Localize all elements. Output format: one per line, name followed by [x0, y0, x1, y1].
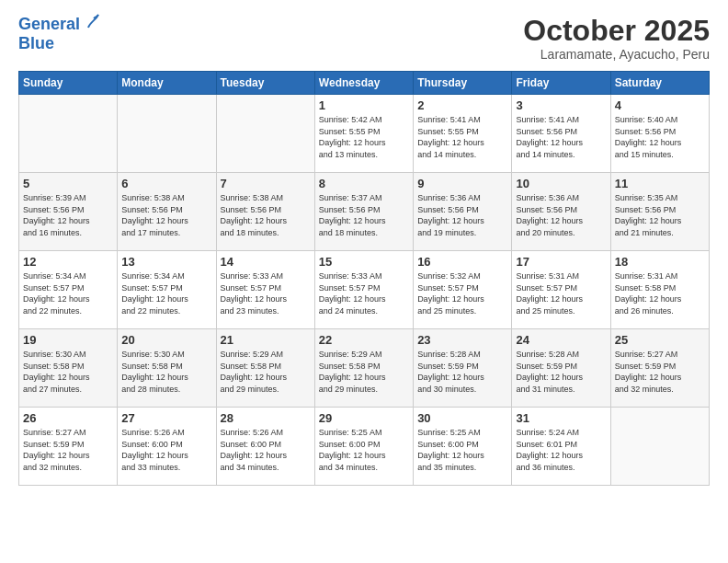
calendar-cell: 8Sunrise: 5:37 AM Sunset: 5:56 PM Daylig…	[314, 173, 413, 251]
day-number: 12	[23, 255, 113, 269]
calendar-cell: 1Sunrise: 5:42 AM Sunset: 5:55 PM Daylig…	[314, 95, 413, 173]
cell-info: Sunrise: 5:25 AM Sunset: 6:00 PM Dayligh…	[319, 427, 409, 473]
day-number: 3	[516, 98, 606, 112]
calendar-body: 1Sunrise: 5:42 AM Sunset: 5:55 PM Daylig…	[19, 95, 710, 486]
location-subtitle: Laramamate, Ayacucho, Peru	[523, 47, 710, 62]
title-block: October 2025 Laramamate, Ayacucho, Peru	[523, 15, 710, 62]
calendar-cell: 2Sunrise: 5:41 AM Sunset: 5:55 PM Daylig…	[414, 95, 512, 173]
day-number: 29	[319, 411, 409, 425]
day-number: 18	[615, 255, 705, 269]
cell-info: Sunrise: 5:36 AM Sunset: 5:56 PM Dayligh…	[516, 192, 606, 238]
cell-info: Sunrise: 5:41 AM Sunset: 5:56 PM Dayligh…	[516, 114, 606, 160]
logo: General Blue	[18, 15, 99, 53]
cell-info: Sunrise: 5:26 AM Sunset: 6:00 PM Dayligh…	[121, 427, 211, 473]
calendar-cell: 14Sunrise: 5:33 AM Sunset: 5:57 PM Dayli…	[216, 251, 314, 329]
calendar-week-2: 5Sunrise: 5:39 AM Sunset: 5:56 PM Daylig…	[19, 173, 710, 251]
calendar-cell	[118, 95, 216, 173]
calendar-cell: 25Sunrise: 5:27 AM Sunset: 5:59 PM Dayli…	[610, 329, 709, 408]
header-day-friday: Friday	[512, 72, 610, 95]
calendar-cell: 16Sunrise: 5:32 AM Sunset: 5:57 PM Dayli…	[414, 251, 512, 329]
cell-info: Sunrise: 5:29 AM Sunset: 5:58 PM Dayligh…	[221, 349, 311, 395]
day-number: 31	[516, 411, 606, 425]
calendar-cell: 23Sunrise: 5:28 AM Sunset: 5:59 PM Dayli…	[414, 329, 512, 408]
day-number: 5	[23, 177, 113, 190]
cell-info: Sunrise: 5:24 AM Sunset: 6:01 PM Dayligh…	[516, 427, 606, 473]
calendar-cell: 15Sunrise: 5:33 AM Sunset: 5:57 PM Dayli…	[314, 251, 413, 329]
cell-info: Sunrise: 5:35 AM Sunset: 5:56 PM Dayligh…	[615, 192, 705, 238]
cell-info: Sunrise: 5:42 AM Sunset: 5:55 PM Dayligh…	[319, 114, 409, 160]
calendar-cell: 20Sunrise: 5:30 AM Sunset: 5:58 PM Dayli…	[118, 329, 216, 408]
day-number: 17	[516, 255, 606, 269]
cell-info: Sunrise: 5:36 AM Sunset: 5:56 PM Dayligh…	[417, 192, 507, 238]
cell-info: Sunrise: 5:28 AM Sunset: 5:59 PM Dayligh…	[417, 349, 507, 395]
day-number: 6	[121, 177, 211, 190]
calendar-cell: 22Sunrise: 5:29 AM Sunset: 5:58 PM Dayli…	[314, 329, 413, 408]
calendar-cell: 21Sunrise: 5:29 AM Sunset: 5:58 PM Dayli…	[216, 329, 314, 408]
day-number: 16	[417, 255, 507, 269]
calendar-cell: 29Sunrise: 5:25 AM Sunset: 6:00 PM Dayli…	[314, 408, 413, 486]
cell-info: Sunrise: 5:33 AM Sunset: 5:57 PM Dayligh…	[221, 270, 311, 316]
day-number: 13	[121, 255, 211, 269]
cell-info: Sunrise: 5:38 AM Sunset: 5:56 PM Dayligh…	[121, 192, 211, 238]
day-number: 23	[417, 333, 507, 347]
header-day-sunday: Sunday	[19, 72, 118, 95]
calendar-container: General Blue October 2025 Laramamate, Ay…	[0, 0, 728, 563]
cell-info: Sunrise: 5:30 AM Sunset: 5:58 PM Dayligh…	[121, 349, 211, 395]
header-day-monday: Monday	[118, 72, 216, 95]
cell-info: Sunrise: 5:26 AM Sunset: 6:00 PM Dayligh…	[221, 427, 311, 473]
logo-text: General	[18, 15, 99, 34]
cell-info: Sunrise: 5:40 AM Sunset: 5:56 PM Dayligh…	[615, 114, 705, 160]
cell-info: Sunrise: 5:25 AM Sunset: 6:00 PM Dayligh…	[417, 427, 507, 473]
calendar-week-4: 19Sunrise: 5:30 AM Sunset: 5:58 PM Dayli…	[19, 329, 710, 408]
calendar-cell: 27Sunrise: 5:26 AM Sunset: 6:00 PM Dayli…	[118, 408, 216, 486]
calendar-cell: 12Sunrise: 5:34 AM Sunset: 5:57 PM Dayli…	[19, 251, 118, 329]
day-number: 20	[121, 333, 211, 347]
day-number: 27	[121, 411, 211, 425]
day-number: 24	[516, 333, 606, 347]
cell-info: Sunrise: 5:27 AM Sunset: 5:59 PM Dayligh…	[615, 349, 705, 395]
cell-info: Sunrise: 5:34 AM Sunset: 5:57 PM Dayligh…	[23, 270, 113, 316]
header: General Blue October 2025 Laramamate, Ay…	[18, 15, 710, 62]
calendar-week-5: 26Sunrise: 5:27 AM Sunset: 5:59 PM Dayli…	[19, 408, 710, 486]
day-number: 10	[516, 177, 606, 190]
calendar-cell: 26Sunrise: 5:27 AM Sunset: 5:59 PM Dayli…	[19, 408, 118, 486]
cell-info: Sunrise: 5:31 AM Sunset: 5:57 PM Dayligh…	[516, 270, 606, 316]
calendar-cell: 19Sunrise: 5:30 AM Sunset: 5:58 PM Dayli…	[19, 329, 118, 408]
cell-info: Sunrise: 5:32 AM Sunset: 5:57 PM Dayligh…	[417, 270, 507, 316]
calendar-cell: 6Sunrise: 5:38 AM Sunset: 5:56 PM Daylig…	[118, 173, 216, 251]
calendar-cell: 5Sunrise: 5:39 AM Sunset: 5:56 PM Daylig…	[19, 173, 118, 251]
month-title: October 2025	[523, 15, 710, 47]
day-number: 26	[23, 411, 113, 425]
calendar-cell: 31Sunrise: 5:24 AM Sunset: 6:01 PM Dayli…	[512, 408, 610, 486]
cell-info: Sunrise: 5:37 AM Sunset: 5:56 PM Dayligh…	[319, 192, 409, 238]
cell-info: Sunrise: 5:27 AM Sunset: 5:59 PM Dayligh…	[23, 427, 113, 473]
cell-info: Sunrise: 5:28 AM Sunset: 5:59 PM Dayligh…	[516, 349, 606, 395]
day-number: 4	[615, 98, 705, 112]
day-number: 14	[221, 255, 311, 269]
calendar-cell: 4Sunrise: 5:40 AM Sunset: 5:56 PM Daylig…	[610, 95, 709, 173]
day-number: 19	[23, 333, 113, 347]
cell-info: Sunrise: 5:41 AM Sunset: 5:55 PM Dayligh…	[417, 114, 507, 160]
calendar-cell: 28Sunrise: 5:26 AM Sunset: 6:00 PM Dayli…	[216, 408, 314, 486]
calendar-cell: 10Sunrise: 5:36 AM Sunset: 5:56 PM Dayli…	[512, 173, 610, 251]
calendar-week-1: 1Sunrise: 5:42 AM Sunset: 5:55 PM Daylig…	[19, 95, 710, 173]
calendar-week-3: 12Sunrise: 5:34 AM Sunset: 5:57 PM Dayli…	[19, 251, 710, 329]
cell-info: Sunrise: 5:31 AM Sunset: 5:58 PM Dayligh…	[615, 270, 705, 316]
cell-info: Sunrise: 5:33 AM Sunset: 5:57 PM Dayligh…	[319, 270, 409, 316]
calendar-cell: 24Sunrise: 5:28 AM Sunset: 5:59 PM Dayli…	[512, 329, 610, 408]
calendar-cell: 13Sunrise: 5:34 AM Sunset: 5:57 PM Dayli…	[118, 251, 216, 329]
calendar-cell: 30Sunrise: 5:25 AM Sunset: 6:00 PM Dayli…	[414, 408, 512, 486]
cell-info: Sunrise: 5:29 AM Sunset: 5:58 PM Dayligh…	[319, 349, 409, 395]
day-number: 21	[221, 333, 311, 347]
header-day-wednesday: Wednesday	[314, 72, 413, 95]
calendar-cell: 3Sunrise: 5:41 AM Sunset: 5:56 PM Daylig…	[512, 95, 610, 173]
cell-info: Sunrise: 5:39 AM Sunset: 5:56 PM Dayligh…	[23, 192, 113, 238]
day-number: 30	[417, 411, 507, 425]
calendar-table: SundayMondayTuesdayWednesdayThursdayFrid…	[18, 71, 710, 486]
header-day-saturday: Saturday	[610, 72, 709, 95]
day-number: 15	[319, 255, 409, 269]
day-number: 8	[319, 177, 409, 190]
day-number: 2	[417, 98, 507, 112]
calendar-cell	[19, 95, 118, 173]
day-number: 28	[221, 411, 311, 425]
